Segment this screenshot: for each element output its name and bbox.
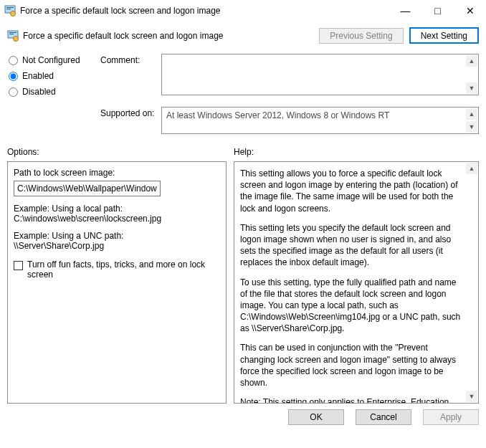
svg-rect-6 [9,34,14,34]
supported-on-box: At least Windows Server 2012, Windows 8 … [161,107,479,134]
not-configured-radio[interactable] [9,56,18,65]
supported-label: Supported on: [100,107,161,134]
turn-off-fun-facts-label: Turn off fun facts, tips, tricks, and mo… [27,259,214,280]
policy-icon [7,30,19,42]
comment-label: Comment: [100,54,161,100]
example-unc-path: \\Server\Share\Corp.jpg [14,241,220,251]
scroll-up-icon[interactable]: ▲ [466,55,477,67]
help-heading: Help: [234,147,254,157]
example-unc-label: Example: Using a UNC path: [14,231,220,241]
svg-point-7 [14,36,19,41]
options-panel: Path to lock screen image: Example: Usin… [7,161,227,404]
comment-textarea[interactable]: ▲ ▼ [161,54,479,95]
ok-button[interactable]: OK [288,409,344,425]
not-configured-label: Not Configured [22,55,80,65]
previous-setting-button[interactable]: Previous Setting [319,28,403,44]
cancel-button[interactable]: Cancel [356,409,411,425]
svg-rect-2 [6,9,11,9]
state-radio-group: Not Configured Enabled Disabled [0,49,100,134]
help-p5: Note: This setting only applies to Enter… [240,396,461,404]
disabled-label: Disabled [22,87,56,97]
example-local-path: C:\windows\web\screen\lockscreen.jpg [14,214,220,224]
help-panel: This setting allows you to force a speci… [234,161,479,404]
path-label: Path to lock screen image: [14,168,220,178]
enabled-radio[interactable] [9,72,18,81]
help-p3: To use this setting, type the fully qual… [240,277,461,335]
close-button[interactable]: ✕ [454,0,486,22]
options-heading: Options: [7,147,234,157]
turn-off-fun-facts-checkbox[interactable] [14,261,23,270]
scroll-down-icon[interactable]: ▼ [466,121,477,133]
window-title: Force a specific default lock screen and… [20,6,221,16]
apply-button[interactable]: Apply [423,409,479,425]
dialog-footer: OK Cancel Apply [0,404,486,431]
enabled-label: Enabled [22,71,54,81]
help-p1: This setting allows you to force a speci… [240,168,461,214]
titlebar: Force a specific default lock screen and… [0,0,486,22]
minimize-button[interactable]: — [389,0,421,22]
supported-on-text: At least Windows Server 2012, Windows 8 … [166,110,389,120]
disabled-radio[interactable] [9,87,18,97]
maximize-button[interactable]: □ [421,0,454,22]
header-row: Force a specific default lock screen and… [0,22,486,49]
example-local-label: Example: Using a local path: [14,204,220,214]
policy-name: Force a specific default lock screen and… [23,31,224,41]
help-p4: This can be used in conjunction with the… [240,342,461,389]
svg-rect-1 [6,7,14,8]
next-setting-button[interactable]: Next Setting [409,27,479,44]
scroll-up-icon[interactable]: ▲ [466,108,477,120]
scroll-down-icon[interactable]: ▼ [466,82,477,94]
scroll-down-icon[interactable]: ▼ [466,391,477,402]
policy-icon [4,5,16,16]
scroll-up-icon[interactable]: ▲ [466,163,477,174]
svg-point-3 [11,11,16,16]
svg-rect-5 [9,32,16,33]
help-p2: This setting lets you specify the defaul… [240,222,461,269]
path-input[interactable] [14,181,161,196]
